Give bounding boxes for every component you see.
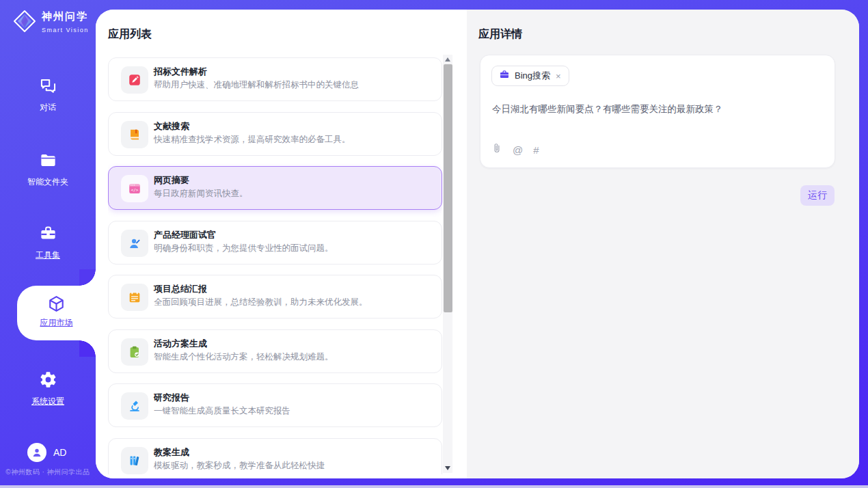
sidebar-item-label: 系统设置 <box>0 396 96 407</box>
bottom-edge-strip <box>0 485 868 488</box>
briefcase-icon <box>499 69 510 83</box>
person-icon <box>31 446 43 459</box>
gear-icon <box>39 370 57 392</box>
app-desc: 一键智能生成高质量长文本研究报告 <box>154 405 290 417</box>
query-text[interactable]: 今日湖北有哪些新闻要点？有哪些需要关注的最新政策？ <box>492 103 824 116</box>
toolbox-icon <box>39 224 57 245</box>
sidebar-item-label: 智能文件夹 <box>0 176 96 188</box>
sidebar-item-label: 应用市场 <box>17 317 96 329</box>
clipboard-check-icon <box>121 338 148 366</box>
app-desc: 帮助用户快速、准确地理解和解析招标书中的关键信息 <box>154 79 359 91</box>
app-card-tender-analysis[interactable]: 招标文件解析 帮助用户快速、准确地理解和解析招标书中的关键信息 <box>108 57 442 101</box>
sidebar-item-smart-folder[interactable]: 智能文件夹 <box>0 151 96 188</box>
microscope-icon <box>121 392 148 420</box>
cube-icon <box>47 295 66 316</box>
list-scrollbar[interactable] <box>443 55 452 473</box>
sidebar-item-label: 对话 <box>0 102 96 113</box>
sidebar-item-chat[interactable]: 对话 <box>0 77 96 113</box>
svg-text:</>: </> <box>131 188 139 192</box>
app-list-title: 应用列表 <box>108 27 152 42</box>
scrollbar-thumb[interactable] <box>444 64 452 312</box>
app-title: 文献搜索 <box>154 120 189 133</box>
hash-icon[interactable]: # <box>533 144 539 156</box>
app-detail-title: 应用详情 <box>478 27 522 42</box>
app-card-research-report[interactable]: 研究报告 一键智能生成高质量长文本研究报告 <box>108 383 442 427</box>
tool-tag-bing-search[interactable]: Bing搜索 × <box>491 66 569 86</box>
sidebar-item-label: 工具集 <box>0 249 96 261</box>
avatar <box>27 443 46 462</box>
app-title: 项目总结汇报 <box>154 283 207 295</box>
webpage-code-icon: </> <box>121 175 148 202</box>
interviewer-person-icon <box>121 230 148 257</box>
brand-logo: 神州问学 Smart Vision <box>12 9 89 36</box>
brand-text: 神州问学 Smart Vision <box>42 10 89 34</box>
app-card-pm-interviewer[interactable]: 产品经理面试官 明确身份和职责，为您提供专业性的面试问题。 <box>108 221 442 265</box>
app-title: 教案生成 <box>154 446 189 459</box>
brand-subtitle: Smart Vision <box>42 27 89 33</box>
app-title: 研究报告 <box>154 392 189 404</box>
books-icon <box>121 447 148 474</box>
app-desc: 每日政府新闻资讯快查。 <box>154 188 248 200</box>
app-card-literature-search[interactable]: 文献搜索 快速精准查找学术资源，提高研究效率的必备工具。 <box>108 112 442 156</box>
pen-document-icon <box>121 66 148 94</box>
input-toolbar: @ # <box>491 142 539 157</box>
app-detail-column: 应用详情 Bing搜索 × 今日湖北有哪些新闻要点？有哪些需要关注的最新政策？ <box>467 10 859 478</box>
app-card-event-plan[interactable]: 活动方案生成 智能生成个性化活动方案，轻松解决规划难题。 <box>108 329 442 373</box>
chat-icon <box>39 77 57 98</box>
query-input-card[interactable]: Bing搜索 × 今日湖北有哪些新闻要点？有哪些需要关注的最新政策？ @ # <box>480 55 835 168</box>
app-desc: 智能生成个性化活动方案，轻松解决规划难题。 <box>154 351 334 363</box>
copyright-footer: ©神州数码 · 神州问学出品 <box>0 467 96 477</box>
app-card-lesson-plan[interactable]: 教案生成 模板驱动，教案秒成，教学准备从此轻松快捷 <box>108 438 442 475</box>
app-title: 产品经理面试官 <box>154 229 216 241</box>
mention-at-icon[interactable]: @ <box>513 144 523 156</box>
app-desc: 快速精准查找学术资源，提高研究效率的必备工具。 <box>154 134 351 146</box>
sidebar-item-settings[interactable]: 系统设置 <box>0 370 96 407</box>
paperclip-icon[interactable] <box>491 142 502 157</box>
user-initials: AD <box>53 447 66 458</box>
app-title: 招标文件解析 <box>154 66 207 78</box>
calendar-note-icon <box>121 284 148 311</box>
user-account[interactable]: AD <box>27 443 66 462</box>
brand-name: 神州问学 <box>42 10 88 22</box>
app-title: 活动方案生成 <box>154 338 207 350</box>
sidebar-item-app-market[interactable]: 应用市场 <box>17 286 96 340</box>
app-card-project-summary[interactable]: 项目总结汇报 全面回顾项目进展，总结经验教训，助力未来优化发展。 <box>108 275 442 318</box>
book-icon <box>121 121 148 148</box>
run-button[interactable]: 运行 <box>800 185 835 206</box>
app-title: 网页摘要 <box>154 174 189 187</box>
app-card-webpage-summary[interactable]: </> 网页摘要 每日政府新闻资讯快查。 <box>108 166 442 210</box>
gem-logo-icon <box>12 9 37 36</box>
main-panel: 应用列表 招标文件解析 帮助用户快速、准确地理解和解析招标书中的关键信息 <box>96 10 859 478</box>
scroll-down-arrow-icon[interactable] <box>445 466 450 470</box>
app-window: 神州问学 Smart Vision 对话 智能文件夹 <box>0 0 868 488</box>
app-desc: 模板驱动，教案秒成，教学准备从此轻松快捷 <box>154 460 325 472</box>
sidebar: 神州问学 Smart Vision 对话 智能文件夹 <box>0 0 96 488</box>
sidebar-item-toolset[interactable]: 工具集 <box>0 224 96 261</box>
tag-close-icon[interactable]: × <box>555 72 562 81</box>
folder-icon <box>39 151 57 172</box>
app-list: 招标文件解析 帮助用户快速、准确地理解和解析招标书中的关键信息 文献搜索 快速精… <box>108 57 442 474</box>
scroll-up-arrow-icon[interactable] <box>445 57 450 62</box>
app-list-column: 应用列表 招标文件解析 帮助用户快速、准确地理解和解析招标书中的关键信息 <box>96 10 467 478</box>
app-desc: 明确身份和职责，为您提供专业性的面试问题。 <box>154 243 334 254</box>
tool-tag-label: Bing搜索 <box>515 70 550 82</box>
app-desc: 全面回顾项目进展，总结经验教训，助力未来优化发展。 <box>154 297 368 308</box>
